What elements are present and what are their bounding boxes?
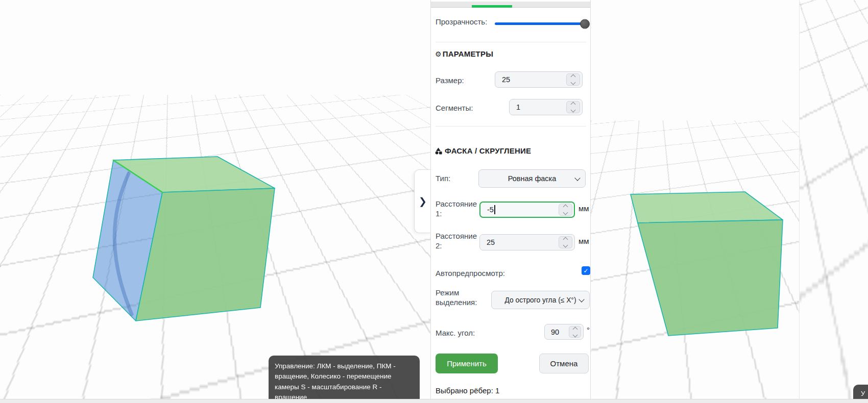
distance1-stepper[interactable] (559, 204, 572, 216)
transparency-label: Прозрачность: (436, 17, 487, 27)
max-angle-field (544, 324, 584, 340)
chevron-up-icon (563, 237, 568, 242)
distance2-label: Расстояние 2: (436, 231, 478, 250)
chevron-right-icon: ❯ (419, 195, 427, 207)
distance2-field (479, 234, 575, 250)
segments-label: Сегменты: (436, 103, 473, 113)
selected-edges-status: Выбрано рёбер: 1 (436, 386, 499, 395)
chevron-down-icon (571, 80, 576, 85)
chevron-up-icon (563, 205, 568, 210)
chevron-down-icon (571, 108, 576, 113)
tab-bar[interactable] (431, 2, 590, 8)
segments-field (509, 99, 583, 115)
settings-panel: Прозрачность: ⚙ ПАРАМЕТРЫ Размер: Сегмен… (430, 0, 591, 403)
right-cube-top-face[interactable] (631, 192, 783, 223)
size-stepper[interactable] (566, 73, 580, 86)
controls-tooltip: Управление: ЛКМ - выделение, ПКМ - враще… (269, 356, 420, 403)
chevron-down-icon (572, 332, 577, 337)
divider (436, 42, 586, 42)
distance2-stepper[interactable] (559, 236, 572, 248)
chamfer-title-text: ФАСКА / СКРУГЛЕНИЕ (445, 146, 531, 155)
app-root: { "icons": { "gear": "⚙", "chevron_right… (0, 0, 868, 403)
parameters-title-text: ПАРАМЕТРЫ (443, 49, 493, 58)
chamfer-section-title: ФАСКА / СКРУГЛЕНИЕ (435, 146, 531, 155)
max-angle-unit: ° (587, 325, 590, 334)
chevron-down-icon (563, 210, 568, 215)
check-icon: ✓ (583, 267, 588, 274)
chevron-up-icon (572, 326, 577, 332)
panel-collapse-button[interactable]: ❯ (414, 169, 431, 233)
bottom-scrollbar[interactable] (0, 399, 868, 403)
gear-icon: ⚙ (435, 50, 442, 58)
type-select-value: Ровная фаска (508, 174, 557, 183)
selection-mode-label: Режим выделения: (436, 288, 481, 307)
cancel-button[interactable]: Отмена (539, 354, 589, 373)
transparency-slider[interactable] (495, 22, 588, 25)
max-angle-label: Макс. угол: (436, 328, 475, 338)
parameters-section-title: ⚙ ПАРАМЕТРЫ (435, 49, 493, 58)
text-caret (494, 205, 495, 214)
autopreview-label: Автопредпросмотр: (436, 268, 505, 278)
chevron-up-icon (571, 102, 576, 107)
distance1-unit: мм (578, 204, 589, 213)
distance1-field (479, 202, 575, 218)
slider-thumb[interactable] (580, 19, 590, 29)
chevron-down-icon (578, 296, 584, 302)
apply-button[interactable]: Применить (436, 354, 498, 373)
chevron-up-icon (571, 74, 576, 80)
type-select[interactable]: Ровная фаска (478, 169, 586, 188)
max-angle-stepper[interactable] (569, 326, 581, 338)
chevron-down-icon (563, 243, 568, 248)
size-field (495, 71, 583, 88)
size-label: Размер: (436, 75, 464, 85)
chevron-down-icon (574, 175, 580, 181)
segments-stepper[interactable] (566, 101, 580, 113)
distance1-label: Расстояние 1: (436, 199, 478, 218)
corner-tooltip-line1: У (861, 389, 868, 399)
right-cube-front-face[interactable] (638, 220, 783, 336)
selection-mode-select[interactable]: До острого угла (≤ X°) (491, 291, 590, 309)
active-tab-indicator (472, 5, 512, 8)
distance2-unit: мм (578, 237, 589, 245)
divider (436, 126, 586, 127)
shapes-icon (435, 147, 442, 155)
autopreview-checkbox[interactable]: ✓ (582, 266, 590, 275)
selection-mode-value: До острого угла (≤ X°) (505, 296, 576, 304)
type-label: Тип: (436, 173, 450, 183)
